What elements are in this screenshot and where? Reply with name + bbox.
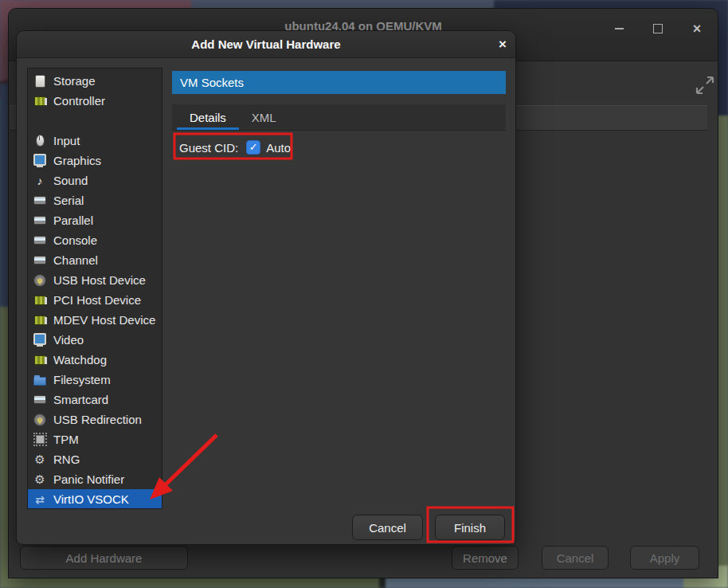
sidebar-item-label: Console [53,233,97,247]
sidebar-item-rng[interactable]: RNG [28,449,162,469]
details-apply-button: Apply [630,546,699,570]
sidebar-item-label: Graphics [53,154,101,167]
tab-xml[interactable]: XML [239,104,289,130]
sidebar-item-input[interactable]: Input [28,131,162,151]
usb-redirect-icon [33,414,46,426]
sidebar-item-panic-notifier[interactable]: Panic Notifier [28,469,162,489]
sidebar-item-video[interactable]: Video [28,330,162,350]
guest-cid-row: Guest CID: ✓ Auto [179,136,291,159]
close-icon[interactable]: × [691,22,703,35]
sidebar-item-label: Serial [53,194,84,207]
sidebar-item-smartcard[interactable]: Smartcard [28,390,162,410]
channel-icon [33,254,46,267]
sidebar-item-serial[interactable]: Serial [28,190,162,210]
display-icon [33,155,46,167]
console-icon [33,234,46,247]
sidebar-item-label: Storage [53,74,96,88]
tab-strip: Details XML [172,104,506,131]
checkmark-icon: ✓ [249,140,258,155]
smartcard-icon [33,394,46,406]
auto-checkbox[interactable]: ✓ [246,140,260,155]
sidebar-item-parallel[interactable]: Parallel [28,210,162,230]
auto-label: Auto [266,141,291,155]
sidebar-item-label: RNG [53,453,80,466]
sidebar-item-label: USB Redirection [53,413,142,426]
sidebar-item-label: Watchdog [53,353,107,367]
remove-button[interactable]: Remove [452,546,519,570]
video-icon [33,334,46,347]
parallel-port-icon [33,214,46,227]
storage-icon [33,75,46,88]
hardware-type-list: Storage Controller Input Graphics Sound … [27,68,162,509]
watchdog-icon [33,354,46,367]
sidebar-item-console[interactable]: Console [28,230,162,250]
minimize-icon[interactable] [613,22,625,35]
tab-details[interactable]: Details [177,104,239,130]
tpm-chip-icon [33,433,46,446]
sidebar-item-controller[interactable]: Controller [28,91,162,111]
sidebar-item-mdev-host-device[interactable]: MDEV Host Device [28,310,162,330]
dialog-titlebar: Add New Virtual Hardware × [17,31,515,58]
sidebar-item-label: Filesystem [53,373,111,386]
add-hardware-button[interactable]: Add Hardware [20,546,188,570]
sidebar-item-label: PCI Host Device [53,293,141,307]
sidebar-item-label: VirtIO VSOCK [53,492,129,506]
sidebar-item-graphics[interactable]: Graphics [28,151,162,171]
sidebar-item-pci-host-device[interactable]: PCI Host Device [28,290,162,310]
sidebar-item-tpm[interactable]: TPM [28,429,162,449]
sidebar-item-label: TPM [53,433,79,446]
vsock-arrows-icon [33,493,46,506]
sidebar-item-label: Panic Notifier [53,472,124,486]
details-cancel-button: Cancel [542,546,609,570]
pci-icon [33,294,46,307]
sidebar-item-storage[interactable]: Storage [28,71,162,91]
sidebar-item-label: Parallel [53,214,93,227]
mdev-icon [33,314,46,327]
sidebar-item-virtio-vsock[interactable]: VirtIO VSOCK [28,489,162,509]
sound-icon [33,174,46,187]
cancel-button[interactable]: Cancel [352,515,423,540]
panel-title: VM Sockets [172,71,506,94]
sidebar-item-label: Smartcard [53,393,108,406]
sidebar-item-label: MDEV Host Device [53,313,155,327]
add-hardware-dialog: Add New Virtual Hardware × Storage Contr… [16,30,516,545]
controller-icon [33,95,46,108]
sidebar-item-label: Controller [53,94,105,108]
folder-icon [33,374,46,386]
dialog-close-icon[interactable]: × [499,31,507,57]
sidebar-item-label: Sound [53,174,88,187]
sidebar-item-usb-host-device[interactable]: USB Host Device [28,270,162,290]
sidebar-item-filesystem[interactable]: Filesystem [28,370,162,390]
sidebar-item-watchdog[interactable]: Watchdog [28,350,162,370]
serial-port-icon [33,194,46,207]
maximize-icon[interactable] [652,22,664,35]
panic-gear-icon [33,473,46,486]
fullscreen-icon[interactable] [694,74,716,100]
gear-icon [33,453,46,466]
sidebar-item-label: USB Host Device [53,273,146,287]
sidebar-item-sound[interactable]: Sound [28,171,162,190]
guest-cid-label: Guest CID: [179,141,238,155]
finish-button[interactable]: Finish [435,515,505,540]
sidebar-item-label: Input [53,134,80,147]
sidebar-spacer [28,111,162,131]
sidebar-item-label: Video [53,333,84,347]
window-controls: × [613,19,703,38]
blank-icon [33,115,46,127]
usb-icon [33,274,46,287]
dialog-title: Add New Virtual Hardware [17,31,515,58]
mouse-icon [33,135,46,147]
sidebar-item-usb-redirection[interactable]: USB Redirection [28,410,162,429]
sidebar-item-label: Channel [53,253,98,267]
sidebar-item-channel[interactable]: Channel [28,250,162,270]
